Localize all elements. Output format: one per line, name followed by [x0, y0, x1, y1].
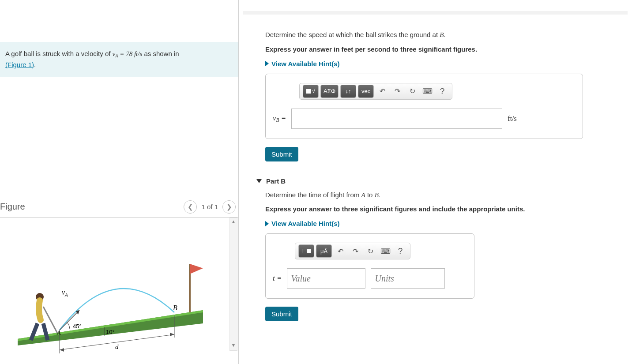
part-b-units-input[interactable] — [371, 268, 445, 289]
figure-prev-button[interactable]: ❮ — [184, 200, 197, 214]
d-arrow-right — [170, 333, 174, 336]
subscript-button[interactable]: ↓↑ — [340, 85, 356, 98]
golfer-icon — [31, 293, 57, 340]
problem-statement: A golf ball is struck with a velocity of… — [0, 42, 238, 77]
part-a-answer-box: √ ΑΣΦ ↓↑ vec ↶ ↷ ↻ ⌨ ? vB = ft/s — [265, 74, 583, 139]
label-10: 10° — [106, 329, 115, 335]
part-a-input-row: vB = ft/s — [273, 109, 576, 129]
greek-button[interactable]: ΑΣΦ — [320, 85, 339, 98]
scroll-down-icon[interactable]: ▼ — [230, 341, 237, 349]
part-a-hints-toggle[interactable]: View Available Hint(s) — [265, 60, 583, 68]
figure-header: Figure ❮ 1 of 1 ❯ — [0, 200, 238, 218]
figure-counter: 1 of 1 — [201, 203, 218, 210]
reset-button[interactable]: ↻ — [405, 85, 420, 98]
part-b-answer-box: μÅ ↶ ↷ ↻ ⌨ ? t = — [265, 233, 474, 299]
pb-A: A — [361, 191, 365, 199]
label-vA: vA — [62, 289, 68, 297]
figure-scrollbar[interactable]: ▲ ▼ — [229, 218, 237, 351]
triangle-right-icon — [265, 221, 269, 226]
figure-heading: Figure — [0, 202, 25, 212]
part-b-prompt: Determine the time of flight from A to B… — [265, 190, 583, 200]
template-button[interactable]: √ — [303, 85, 319, 98]
part-a-submit-button[interactable]: Submit — [265, 147, 298, 161]
redo-button[interactable]: ↷ — [390, 85, 405, 98]
part-b-variable: t = — [273, 274, 282, 283]
part-a-instruction: Express your answer in feet per second t… — [265, 45, 583, 53]
label-45: 45° — [73, 323, 82, 330]
template-button[interactable] — [298, 244, 314, 258]
figure-body: ▲ ▼ — [0, 218, 238, 354]
pa-prompt-1: Determine the speed at which the ball st… — [265, 31, 440, 38]
part-b-input-row: t = — [273, 268, 467, 289]
undo-button[interactable]: ↶ — [333, 244, 348, 258]
scroll-up-icon[interactable]: ▲ — [230, 218, 237, 225]
hints-label: View Available Hint(s) — [271, 60, 340, 68]
pb-prompt-2: to — [367, 191, 375, 199]
part-a-prompt: Determine the speed at which the ball st… — [265, 30, 583, 40]
problem-text-1: A golf ball is struck with a velocity of — [5, 50, 113, 57]
figure-next-button[interactable]: ❯ — [222, 200, 236, 214]
help-button[interactable]: ? — [393, 244, 408, 258]
part-b-title: Part B — [266, 177, 286, 185]
label-A: A — [56, 330, 61, 336]
help-button[interactable]: ? — [435, 85, 450, 98]
triangle-down-icon — [256, 179, 262, 183]
part-a-answer-input[interactable] — [291, 109, 502, 129]
keyboard-button[interactable]: ⌨ — [420, 85, 435, 98]
part-b-submit-button[interactable]: Submit — [265, 307, 298, 321]
reset-button[interactable]: ↻ — [363, 244, 378, 258]
pa-prompt-2: . — [444, 31, 445, 38]
flag-icon — [190, 264, 203, 274]
keyboard-button[interactable]: ⌨ — [378, 244, 393, 258]
part-b: Determine the time of flight from A to B… — [265, 190, 583, 322]
pb-prompt-1: Determine the time of flight from — [265, 191, 361, 199]
part-a-variable: vB = — [273, 114, 286, 123]
figure-nav: ❮ 1 of 1 ❯ — [184, 200, 236, 214]
redo-button[interactable]: ↷ — [348, 244, 363, 258]
problem-text-2: as shown in — [144, 50, 179, 57]
velocity-expression: vA = 78 ft/s — [113, 50, 143, 57]
triangle-right-icon — [265, 61, 269, 66]
hints-label: View Available Hint(s) — [271, 220, 340, 227]
part-a-unit: ft/s — [508, 115, 516, 123]
d-arrow-left — [60, 348, 64, 352]
undo-button[interactable]: ↶ — [375, 85, 390, 98]
label-d: d — [115, 343, 119, 350]
part-b-header[interactable]: Part B — [256, 177, 628, 185]
part-b-hints-toggle[interactable]: View Available Hint(s) — [265, 220, 583, 227]
figure-svg: vA A B 45° 10° d — [0, 222, 221, 354]
left-pane: A golf ball is struck with a velocity of… — [0, 0, 239, 364]
label-B: B — [173, 304, 177, 311]
divider — [243, 11, 628, 15]
vector-button[interactable]: vec — [358, 85, 374, 98]
figure-link[interactable]: (Figure 1) — [5, 61, 34, 68]
units-button[interactable]: μÅ — [316, 244, 332, 258]
part-b-toolbar: μÅ ↶ ↷ ↻ ⌨ ? — [295, 243, 410, 259]
right-pane: Determine the speed at which the ball st… — [239, 0, 632, 364]
part-a: Determine the speed at which the ball st… — [265, 30, 583, 161]
angle-45-arc — [67, 322, 70, 329]
pb-B: B — [375, 191, 379, 199]
part-a-toolbar: √ ΑΣΦ ↓↑ vec ↶ ↷ ↻ ⌨ ? — [299, 83, 452, 100]
part-b-instruction: Express your answer to three significant… — [265, 205, 583, 213]
pb-prompt-3: . — [379, 191, 380, 199]
part-b-value-input[interactable] — [287, 268, 365, 289]
